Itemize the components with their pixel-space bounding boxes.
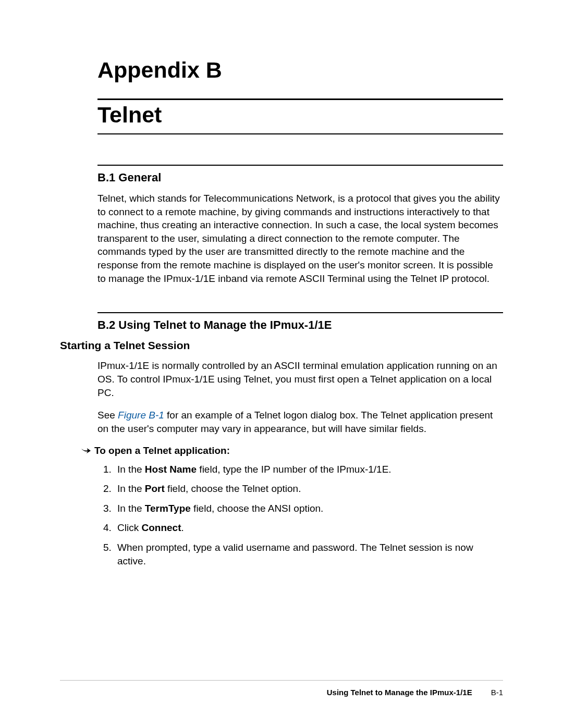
text-run: In the bbox=[117, 503, 145, 514]
appendix-label: Appendix B bbox=[97, 57, 503, 83]
page-content: Appendix B Telnet B.1 General Telnet, wh… bbox=[0, 0, 563, 567]
list-item: In the TermType field, choose the ANSI o… bbox=[114, 502, 503, 515]
list-item: In the Host Name field, type the IP numb… bbox=[114, 463, 503, 476]
paragraph-b2-2: See Figure B-1 for an example of a Telne… bbox=[97, 409, 503, 435]
subsection-heading: Starting a Telnet Session bbox=[60, 339, 503, 352]
section-rule-b2 bbox=[97, 312, 503, 313]
appendix-subject: Telnet bbox=[97, 102, 503, 128]
procedure-arrow-icon bbox=[81, 447, 94, 454]
paragraph-b2-1: IPmux-1/1E is normally controlled by an … bbox=[97, 359, 503, 399]
procedure-heading-row: To open a Telnet application: bbox=[81, 445, 503, 456]
text-run: field, choose the ANSI option. bbox=[191, 503, 324, 514]
paragraph-b1: Telnet, which stands for Telecommunicati… bbox=[97, 192, 503, 285]
section-heading-b2: B.2 Using Telnet to Manage the IPmux-1/1… bbox=[97, 318, 503, 332]
text-run: In the bbox=[117, 483, 145, 494]
section-rule-b1 bbox=[97, 165, 503, 166]
list-item: Click Connect. bbox=[114, 521, 503, 535]
footer-section-title: Using Telnet to Manage the IPmux-1/1E bbox=[327, 688, 472, 697]
text-run: See bbox=[97, 410, 118, 421]
field-name: Host Name bbox=[145, 464, 197, 475]
list-item: When prompted, type a valid username and… bbox=[114, 541, 503, 567]
procedure-steps: In the Host Name field, type the IP numb… bbox=[114, 463, 503, 568]
page-footer: Using Telnet to Manage the IPmux-1/1E B-… bbox=[60, 680, 503, 697]
procedure-title: To open a Telnet application: bbox=[94, 445, 230, 456]
figure-reference-link[interactable]: Figure B-1 bbox=[118, 410, 164, 421]
text-run: In the bbox=[117, 464, 145, 475]
section-heading-b1: B.1 General bbox=[97, 171, 503, 184]
field-name: TermType bbox=[145, 503, 191, 514]
list-item: In the Port field, choose the Telnet opt… bbox=[114, 482, 503, 496]
button-name: Connect bbox=[141, 522, 181, 533]
field-name: Port bbox=[145, 483, 165, 494]
footer-page-number: B-1 bbox=[491, 688, 503, 697]
text-run: field, choose the Telnet option. bbox=[165, 483, 301, 494]
title-block: Appendix B bbox=[97, 57, 503, 83]
text-run: . bbox=[181, 522, 183, 533]
text-run: Click bbox=[117, 522, 141, 533]
text-run: field, type the IP number of the IPmux-1… bbox=[197, 464, 391, 475]
title-rule-top bbox=[97, 98, 503, 100]
